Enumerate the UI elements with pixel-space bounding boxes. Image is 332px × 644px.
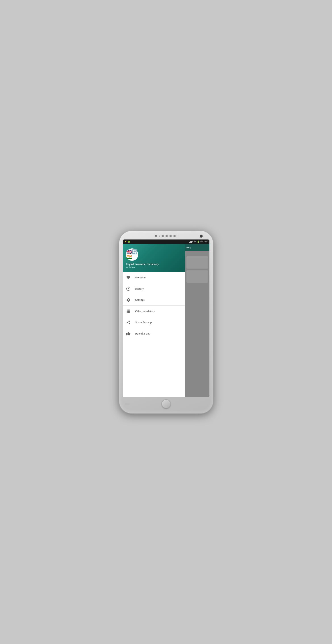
time: 3:10 PM xyxy=(200,240,208,243)
menu-item-history[interactable]: History xyxy=(123,283,185,294)
favorites-label: Favorites xyxy=(135,276,146,279)
app-icon: 🇬🇧🔄🇮🇳 xyxy=(126,248,138,261)
overlay-card-2 xyxy=(186,270,208,283)
grid-icon xyxy=(126,309,131,314)
signal-bar-4 xyxy=(191,241,191,243)
menu-item-favorites[interactable]: Favorites xyxy=(123,272,185,283)
phone-device: ⚡ 🟢 67% 🔋 3:10 PM xyxy=(119,231,213,413)
gear-icon xyxy=(126,298,131,302)
other-translators-label: Other translators xyxy=(135,310,155,313)
svg-rect-9 xyxy=(129,312,130,313)
svg-rect-2 xyxy=(128,310,129,310)
history-label: History xyxy=(135,287,144,290)
status-left: ⚡ 🟢 xyxy=(125,240,130,243)
app-title: English Assamese Dictionary xyxy=(126,262,182,266)
overlay-card-1 xyxy=(186,256,208,268)
svg-point-10 xyxy=(129,321,130,322)
settings-label: Settings xyxy=(135,298,145,302)
usb-icon: ⚡ xyxy=(125,240,127,242)
heart-icon xyxy=(126,275,131,280)
app-subtitle: xw infotec xyxy=(126,266,182,268)
app-bar-title-right: nary xyxy=(186,246,191,249)
signal-bar-1 xyxy=(189,242,189,243)
thumbsup-icon xyxy=(126,331,131,336)
svg-rect-7 xyxy=(127,312,128,313)
menu-item-other-translators[interactable]: Other translators xyxy=(123,306,185,317)
svg-rect-8 xyxy=(128,312,129,313)
drawer-header: 🇬🇧🔄🇮🇳 English Assamese Dictionary xw inf… xyxy=(123,244,185,272)
menu-item-rate[interactable]: Rate this app xyxy=(123,328,185,339)
recent-button xyxy=(203,403,207,405)
svg-point-12 xyxy=(129,323,130,324)
screen-content: 🇬🇧🔄🇮🇳 English Assamese Dictionary xw inf… xyxy=(123,244,209,397)
svg-line-14 xyxy=(128,322,129,322)
status-right: 67% 🔋 3:10 PM xyxy=(189,240,208,243)
drawer-panel: 🇬🇧🔄🇮🇳 English Assamese Dictionary xw inf… xyxy=(123,244,185,397)
app-bar-overlay: nary xyxy=(185,244,209,251)
svg-rect-1 xyxy=(127,310,128,310)
share-label: Share this app xyxy=(135,321,152,324)
camera xyxy=(200,234,203,238)
app-icon-emoji: 🇬🇧🔄🇮🇳 xyxy=(126,249,138,260)
svg-point-11 xyxy=(127,322,128,323)
share-icon xyxy=(126,320,131,325)
back-button xyxy=(125,403,130,405)
menu-list: Favorites History xyxy=(123,272,185,397)
menu-item-share[interactable]: Share this app xyxy=(123,317,185,328)
svg-rect-5 xyxy=(128,311,129,312)
svg-rect-3 xyxy=(129,310,130,310)
home-button[interactable] xyxy=(162,399,170,408)
signal-bar-2 xyxy=(190,242,190,243)
screen: ⚡ 🟢 67% 🔋 3:10 PM xyxy=(123,240,209,397)
location-icon: 🟢 xyxy=(128,240,130,243)
svg-rect-6 xyxy=(129,311,130,312)
rate-label: Rate this app xyxy=(135,332,151,336)
signal-bar-3 xyxy=(190,241,191,243)
status-bar: ⚡ 🟢 67% 🔋 3:10 PM xyxy=(123,240,209,244)
svg-rect-4 xyxy=(127,311,128,312)
battery-icon: 🔋 xyxy=(197,240,199,243)
signal-bars xyxy=(189,240,191,243)
clock-icon xyxy=(126,286,131,291)
speaker-grille xyxy=(160,235,177,237)
overlay-right: nary xyxy=(185,244,209,397)
speaker-dot-left xyxy=(155,235,157,237)
battery-level: 67% xyxy=(192,240,196,243)
phone-bottom-hardware xyxy=(123,399,209,408)
svg-line-13 xyxy=(128,323,129,323)
menu-item-settings[interactable]: Settings xyxy=(123,294,185,306)
phone-top-hardware xyxy=(123,235,209,237)
